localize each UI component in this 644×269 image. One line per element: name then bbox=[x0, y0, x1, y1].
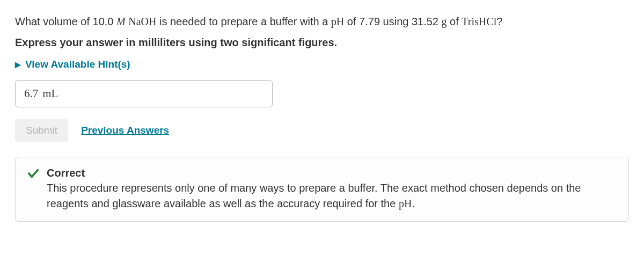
check-icon bbox=[27, 168, 39, 179]
submit-button[interactable]: Submit bbox=[15, 119, 68, 142]
hints-label: View Available Hint(s) bbox=[25, 59, 130, 70]
answer-display: 6.7mL bbox=[15, 80, 273, 107]
feedback-box: Correct This procedure represents only o… bbox=[15, 157, 629, 222]
view-hints-toggle[interactable]: ▶ View Available Hint(s) bbox=[15, 59, 629, 70]
feedback-body: This procedure represents only one of ma… bbox=[47, 180, 617, 212]
instruction-text: Express your answer in milliliters using… bbox=[15, 37, 629, 49]
question-text: What volume of 10.0 M NaOH is needed to … bbox=[15, 13, 629, 30]
previous-answers-link[interactable]: Previous Answers bbox=[81, 125, 169, 136]
chevron-right-icon: ▶ bbox=[15, 60, 21, 69]
answer-value: 6.7 bbox=[24, 87, 38, 100]
feedback-title: Correct bbox=[47, 167, 85, 179]
answer-unit: mL bbox=[42, 87, 58, 100]
